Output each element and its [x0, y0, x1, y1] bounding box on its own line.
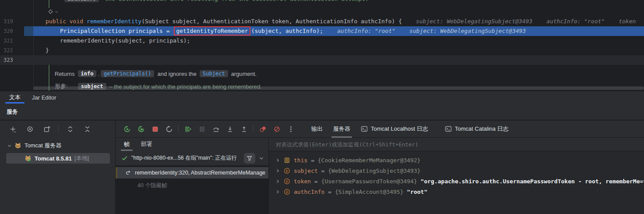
doc-returns-text: Returns: [55, 71, 75, 77]
equals-sign: =: [311, 157, 314, 164]
recursive-call-icon: [125, 170, 131, 176]
more-options-button[interactable]: [285, 123, 296, 135]
chevron-right-icon[interactable]: [275, 179, 280, 184]
evaluate-expression-bar[interactable]: [269, 138, 644, 151]
thread-label: "http-nio-8080-ex...56 在组"main": 正在运行: [131, 154, 240, 162]
view-breakpoints-button[interactable]: [257, 123, 268, 135]
hidden-frames-label[interactable]: 40 个隐藏帧: [116, 182, 268, 189]
tab-label: 帧: [124, 140, 130, 148]
server-name: Tomcat 8.5.81: [35, 155, 72, 162]
code-line-322[interactable]: 322 }: [0, 46, 644, 55]
method-signature: (Subject subject, AuthenticationToken to…: [141, 18, 402, 25]
line-number[interactable]: 319: [0, 17, 11, 26]
code-line-320-execution[interactable]: 320 PrincipalCollection principals = get…: [0, 26, 644, 36]
tab-text[interactable]: 文本: [4, 91, 26, 103]
hide-frames-filter-button[interactable]: [244, 153, 255, 164]
variable-row-authcinfo[interactable]: p authcInfo = {SimpleAccount@3495} "root…: [269, 186, 644, 197]
variable-reference: {UsernamePasswordToken@3494}: [321, 178, 417, 185]
code-editor[interactable]: authcInfo the authentication info result…: [0, 0, 644, 91]
view-options-eye-icon[interactable]: [24, 123, 35, 135]
tree-item-tomcat-server-selected[interactable]: Tomcat 8.5.81 [本地]: [6, 153, 110, 164]
equals-sign: =: [314, 178, 318, 185]
editor-tab-strip: 文本 Jar Editor: [0, 91, 644, 103]
tab-deploy[interactable]: 部署: [135, 138, 158, 151]
thread-running-check-icon: [121, 155, 128, 161]
tab-jar-editor[interactable]: Jar Editor: [26, 91, 62, 103]
line-number[interactable]: 320: [0, 26, 11, 36]
stack-frame-selected[interactable]: rememberIdentity:320, AbstractRememberMe…: [116, 167, 268, 178]
rerun-button[interactable]: [121, 123, 133, 135]
variable-name: token: [294, 178, 311, 185]
tab-frames[interactable]: 帧: [118, 138, 135, 151]
collapse-all-icon[interactable]: [81, 123, 93, 135]
doc-returns-text: argument.: [231, 71, 257, 77]
resume-button[interactable]: [182, 123, 194, 135]
step-into-button[interactable]: [224, 123, 236, 135]
line-number[interactable]: 323: [0, 55, 11, 65]
services-toolbar: [0, 121, 115, 137]
tomcat-running-icon: [25, 155, 32, 162]
code-statement: PrincipalCollection principals =: [60, 28, 173, 34]
step-out-button[interactable]: [238, 123, 250, 135]
variables-panel: this = {CookieRememberMeManager@3492} p …: [269, 138, 644, 214]
code-keyword: public void: [46, 18, 87, 25]
tomcat-icon: [14, 142, 21, 149]
chevron-right-icon[interactable]: [275, 189, 280, 194]
code-statement: }: [30, 46, 49, 55]
variable-reference: {CookieRememberMeManager@3492}: [318, 157, 421, 164]
inlay-settings-icon[interactable]: [48, 9, 53, 14]
thread-selector[interactable]: "http-nio-8080-ex...56 在组"main": 正在运行: [116, 151, 268, 165]
tab-server[interactable]: 服务器: [328, 121, 355, 138]
code-line-321[interactable]: 321 rememberIdentity(subject, principals…: [0, 36, 644, 46]
chevron-right-icon[interactable]: [275, 158, 280, 163]
parameter-icon: p: [284, 168, 290, 174]
evaluate-expression-input[interactable]: [276, 141, 640, 148]
code-line-319[interactable]: 319 public void rememberIdentity(Subject…: [0, 17, 644, 26]
services-tree-panel: Tomcat 服务器 Tomcat 8.5.81 [本地]: [0, 121, 116, 214]
tab-tomcat-localhost-log[interactable]: Tomcat Localhost 日志: [355, 121, 433, 138]
step-over-button[interactable]: [210, 123, 222, 135]
tab-tomcat-catalina-log[interactable]: Tomcat Catalina 日志: [440, 121, 514, 138]
doc-code-chip-subject-type[interactable]: Subject: [200, 70, 228, 77]
chevron-down-icon[interactable]: [54, 10, 59, 14]
services-tool-window: Tomcat 服务器 Tomcat 8.5.81 [本地]: [0, 121, 644, 214]
add-service-button[interactable]: [7, 123, 18, 135]
javadoc-param-badge: authcInfo: [64, 0, 99, 2]
variable-row-subject[interactable]: p subject = {WebDelegatingSubject@3493}: [269, 165, 644, 176]
stop-button[interactable]: [149, 123, 161, 135]
services-title: 服务: [7, 108, 18, 116]
line-number[interactable]: 322: [0, 46, 11, 55]
rerun-debug-button[interactable]: [135, 123, 147, 135]
services-panel-header[interactable]: 服务: [0, 103, 644, 120]
open-in-new-tab-icon[interactable]: [41, 123, 53, 135]
toolbar-divider: [178, 125, 179, 133]
tab-label: 文本: [9, 93, 21, 101]
tree-item-tomcat-servers[interactable]: Tomcat 服务器: [0, 141, 115, 150]
expand-all-icon[interactable]: [64, 123, 76, 135]
line-number[interactable]: 321: [0, 36, 11, 46]
chevron-down-icon[interactable]: [259, 156, 264, 161]
tab-output[interactable]: 输出: [306, 121, 328, 138]
doc-code-chip-getprincipals[interactable]: getPrincipals(): [101, 70, 154, 77]
variable-name: subject: [294, 168, 318, 174]
chevron-down-icon[interactable]: [7, 143, 12, 148]
horizontal-scrollbar[interactable]: [33, 86, 644, 90]
pause-button[interactable]: [196, 123, 208, 135]
debug-toolbar: 输出 服务器 Tomcat Localhost 日志: [116, 121, 644, 138]
svg-text:p: p: [286, 179, 288, 183]
variable-row-this[interactable]: this = {CookieRememberMeManager@3492}: [269, 155, 644, 165]
code-line-323-caret[interactable]: 323: [0, 55, 644, 65]
toolbar-divider: [253, 125, 253, 133]
inlay-hint[interactable]: [48, 9, 59, 14]
refresh-button[interactable]: [163, 123, 175, 135]
code-statement: rememberIdentity(subject, principals);: [30, 36, 190, 46]
toolbar-divider: [58, 125, 59, 132]
variable-string-value: "org.apache.shiro.authc.UsernamePassword…: [421, 178, 644, 185]
doc-dot: .: [98, 71, 99, 77]
chevron-right-icon[interactable]: [275, 168, 280, 173]
variable-reference: {WebDelegatingSubject@3493}: [328, 168, 420, 174]
mute-breakpoints-button[interactable]: [271, 123, 282, 135]
doc-returns-text: and ignores the: [157, 71, 197, 77]
inline-debug-hint: subject: WebDelegatingSubject@3493: [409, 26, 526, 36]
variable-row-token[interactable]: p token = {UsernamePasswordToken@3494} "…: [269, 176, 644, 186]
